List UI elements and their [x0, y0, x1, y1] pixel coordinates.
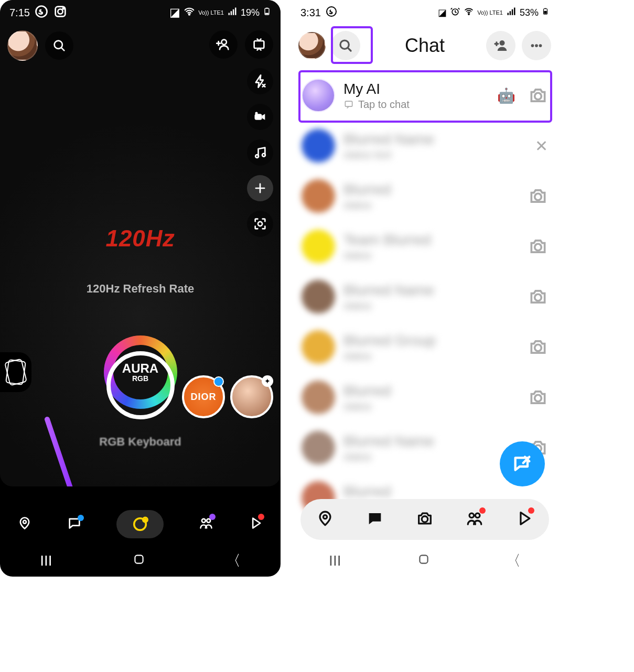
- recents-button[interactable]: III: [40, 552, 52, 569]
- whatsapp-icon: [34, 4, 49, 21]
- recents-button[interactable]: III: [329, 552, 341, 569]
- chat-row-blurred[interactable]: Blurred Namestatus: [291, 272, 558, 322]
- camera-icon[interactable]: [528, 236, 548, 256]
- svg-point-15: [258, 222, 262, 226]
- wifi-icon: [184, 6, 195, 20]
- svg-point-43: [324, 515, 327, 519]
- wifi-icon: [464, 6, 474, 19]
- flip-camera-button[interactable]: [245, 30, 273, 59]
- rgb-kb-label: RGB Keyboard: [99, 435, 181, 449]
- status-time: 3:31: [300, 7, 321, 19]
- camera-tab[interactable]: [416, 510, 434, 529]
- dual-video-button[interactable]: [247, 104, 273, 130]
- stories-tab[interactable]: [466, 510, 483, 529]
- spotlight-tab[interactable]: [515, 510, 533, 529]
- home-button[interactable]: [417, 552, 431, 570]
- avatar-icon: [302, 129, 335, 162]
- signal-icon: [227, 6, 238, 19]
- svg-point-46: [475, 513, 480, 518]
- flash-button[interactable]: [247, 68, 273, 94]
- search-button[interactable]: [45, 31, 73, 60]
- camera-viewport: 7:15 ◪ Vo)) LTE1 19%: [0, 0, 281, 486]
- chat-row-blurred[interactable]: Blurred Groupstatus: [291, 322, 558, 372]
- svg-point-37: [535, 193, 542, 200]
- back-button[interactable]: 〈: [506, 551, 521, 571]
- svg-point-2: [58, 9, 62, 14]
- svg-point-36: [535, 93, 542, 100]
- svg-point-3: [63, 8, 64, 9]
- svg-point-20: [207, 519, 210, 523]
- profile-avatar[interactable]: [7, 30, 38, 61]
- svg-rect-7: [266, 7, 268, 8]
- svg-point-33: [535, 44, 538, 47]
- battery-icon: [542, 6, 549, 19]
- camera-screen: 7:15 ◪ Vo)) LTE1 19%: [0, 0, 281, 577]
- svg-rect-47: [420, 555, 427, 563]
- avatar-icon: [302, 330, 335, 364]
- memories-button[interactable]: [0, 352, 31, 392]
- music-button[interactable]: [247, 139, 273, 166]
- scan-button[interactable]: [247, 211, 273, 237]
- volte-label: Vo)) LTE1: [477, 10, 503, 16]
- camera-icon[interactable]: [528, 387, 548, 407]
- more-button[interactable]: [522, 31, 551, 60]
- add-friend-button[interactable]: [209, 30, 238, 59]
- myai-avatar: [302, 79, 335, 112]
- camera-subject-text: 120Hz 120Hz Refresh Rate: [87, 225, 194, 296]
- system-nav: III 〈: [0, 545, 281, 577]
- battery-percent: 19%: [241, 7, 260, 18]
- annotation-arrow: [37, 414, 89, 486]
- svg-rect-26: [544, 10, 546, 14]
- spotlight-tab[interactable]: [249, 516, 263, 533]
- svg-point-4: [189, 14, 190, 15]
- svg-rect-35: [345, 101, 352, 106]
- system-nav: III 〈: [291, 545, 558, 577]
- svg-point-38: [535, 244, 542, 251]
- more-tools-button[interactable]: [247, 175, 273, 201]
- svg-rect-10: [254, 41, 264, 48]
- svg-point-24: [468, 13, 469, 14]
- camera-icon[interactable]: [528, 337, 548, 357]
- bottom-nav: [300, 499, 549, 540]
- profile-avatar[interactable]: [298, 32, 326, 59]
- lens-face[interactable]: [230, 375, 273, 418]
- chat-row-blurred[interactable]: Blurred Namestatus text ✕: [291, 121, 558, 171]
- status-bar: 7:15 ◪ Vo)) LTE1 19%: [0, 0, 281, 25]
- avatar-icon: [302, 230, 335, 263]
- svg-point-13: [255, 155, 259, 158]
- search-button[interactable]: [331, 31, 360, 60]
- chat-tab-active[interactable]: [366, 510, 384, 529]
- svg-point-16: [23, 521, 26, 524]
- camera-icon[interactable]: [528, 186, 548, 206]
- volte-label: Vo)) LTE1: [198, 10, 224, 16]
- svg-point-41: [535, 395, 542, 402]
- chat-row-myai[interactable]: My AI Tap to chat 🤖: [291, 70, 558, 121]
- chat-tab[interactable]: [67, 516, 82, 533]
- chat-header: Chat: [291, 25, 558, 66]
- lens-dior[interactable]: DIOR: [182, 375, 225, 418]
- close-icon[interactable]: ✕: [535, 137, 548, 155]
- chat-row-blurred[interactable]: Blurredstatus: [291, 372, 558, 422]
- status-time: 7:15: [9, 7, 30, 19]
- chat-row-blurred[interactable]: Blurredstatus: [291, 171, 558, 221]
- chat-row-blurred[interactable]: Team Blurredstatus: [291, 221, 558, 272]
- avatar-icon: [302, 381, 335, 414]
- map-tab[interactable]: [316, 510, 334, 529]
- compose-fab[interactable]: [500, 441, 545, 486]
- svg-rect-6: [265, 13, 268, 14]
- home-button[interactable]: [132, 552, 146, 570]
- avatar-icon: [302, 431, 335, 464]
- svg-point-9: [222, 40, 227, 45]
- svg-rect-27: [544, 8, 546, 8]
- chat-list: My AI Tap to chat 🤖 Blurred Namestatus t…: [291, 70, 558, 503]
- map-tab[interactable]: [17, 516, 32, 533]
- camera-tab[interactable]: [116, 510, 164, 538]
- camera-icon[interactable]: [528, 287, 548, 307]
- back-button[interactable]: 〈: [226, 551, 241, 571]
- add-friend-button[interactable]: [486, 31, 515, 60]
- camera-icon[interactable]: [528, 85, 548, 105]
- stories-tab[interactable]: [199, 516, 213, 533]
- svg-point-19: [202, 519, 206, 523]
- shutter-button[interactable]: [106, 351, 175, 419]
- bottom-nav: [0, 503, 281, 545]
